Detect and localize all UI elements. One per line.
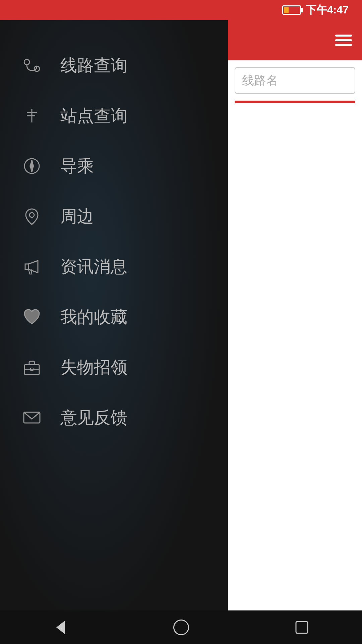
menu-label-news: 资讯消息 (60, 256, 127, 278)
main-panel-header (228, 20, 362, 60)
svg-point-9 (29, 213, 34, 217)
menu-item-stop-query[interactable]: 站点查询 (0, 91, 228, 141)
search-placeholder: 线路名 (242, 72, 278, 89)
megaphone-icon (20, 255, 44, 278)
location-icon (20, 205, 44, 228)
mail-icon (20, 406, 44, 429)
navigation-bar (0, 610, 362, 644)
hamburger-button[interactable] (335, 35, 352, 46)
menu-label-lost-found: 失物招领 (60, 356, 127, 379)
hamburger-line-3 (335, 44, 352, 46)
briefcase-icon (20, 356, 44, 379)
red-divider (235, 101, 355, 103)
main-panel: 线路名 (228, 20, 362, 644)
compass-icon (20, 154, 44, 178)
home-button[interactable] (169, 615, 193, 639)
menu-item-lost-found[interactable]: 失物招领 (0, 342, 228, 392)
svg-point-0 (24, 59, 29, 65)
menu-label-favorites: 我的收藏 (60, 306, 127, 328)
drawer: 线路查询 站点查询 导乘 (0, 20, 228, 644)
menu-label-guide: 导乘 (60, 155, 94, 177)
svg-point-15 (174, 620, 188, 635)
hamburger-line-2 (335, 39, 352, 41)
menu-label-stop-query: 站点查询 (60, 105, 127, 127)
menu-label-feedback: 意见反馈 (60, 407, 127, 429)
battery-icon (282, 5, 301, 15)
svg-point-8 (31, 165, 33, 167)
route-icon (20, 54, 44, 77)
menu-label-route-query: 线路查询 (60, 54, 127, 77)
menu-item-news[interactable]: 资讯消息 (0, 241, 228, 292)
menu-item-route-query[interactable]: 线路查询 (0, 40, 228, 91)
back-button[interactable] (49, 615, 72, 639)
stop-icon (20, 104, 44, 127)
svg-rect-16 (296, 622, 308, 633)
status-time: 下午4:47 (306, 3, 349, 17)
menu-list: 线路查询 站点查询 导乘 (0, 20, 228, 602)
recents-button[interactable] (290, 615, 313, 639)
menu-item-guide[interactable]: 导乘 (0, 141, 228, 191)
menu-item-nearby[interactable]: 周边 (0, 191, 228, 241)
menu-label-nearby: 周边 (60, 205, 94, 228)
menu-item-feedback[interactable]: 意见反馈 (0, 392, 228, 443)
menu-item-favorites[interactable]: 我的收藏 (0, 292, 228, 342)
svg-marker-14 (56, 621, 65, 634)
hamburger-line-1 (335, 35, 352, 37)
search-bar[interactable]: 线路名 (235, 67, 355, 94)
heart-icon (20, 305, 44, 329)
status-bar: 下午4:47 (0, 0, 362, 20)
battery-level (284, 7, 289, 13)
